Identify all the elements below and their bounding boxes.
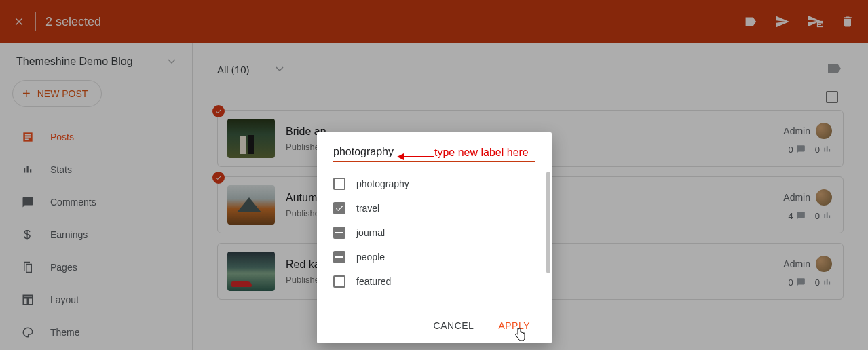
labels-modal: photography travel journal people featur… [317, 132, 552, 343]
checkbox-indeterminate-icon [333, 227, 345, 239]
label-name: people [356, 252, 385, 262]
svg-rect-4 [335, 256, 343, 258]
label-option[interactable]: people [333, 245, 535, 269]
label-option[interactable]: photography [333, 172, 535, 196]
checkbox-icon [333, 178, 345, 190]
apply-button[interactable]: APPLY [493, 316, 535, 335]
checkbox-icon [333, 275, 345, 288]
label-option[interactable]: featured [333, 269, 535, 294]
label-option[interactable]: journal [333, 220, 535, 245]
svg-rect-3 [335, 232, 343, 233]
label-input[interactable] [333, 146, 535, 162]
cancel-button[interactable]: CANCEL [428, 316, 480, 335]
label-option[interactable]: travel [333, 196, 535, 220]
label-name: travel [356, 203, 379, 214]
checkbox-indeterminate-icon [333, 251, 345, 263]
scrollbar[interactable] [546, 172, 550, 273]
label-name: journal [356, 227, 385, 238]
label-name: photography [356, 178, 409, 189]
label-name: featured [356, 276, 391, 287]
checkbox-checked-icon [333, 202, 345, 214]
